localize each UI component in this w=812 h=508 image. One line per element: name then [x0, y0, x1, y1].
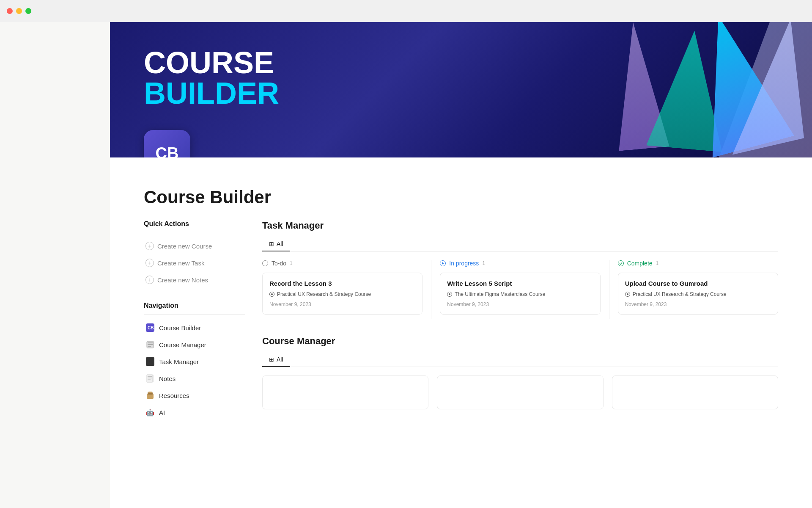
quick-actions-title: Quick Actions	[144, 220, 245, 228]
course-builder-icon: CB	[145, 323, 155, 332]
svg-rect-10	[148, 379, 151, 380]
task-card-todo-0: Record the Lesson 3 Practical UX Researc…	[262, 273, 422, 315]
nav-resources-label: Resources	[159, 392, 189, 399]
task-column-todo: To-do 1 Record the Lesson 3 Practical UX…	[262, 260, 431, 319]
task-card-complete-0: Upload Course to Gumroad Practical UX Re…	[618, 273, 778, 315]
course-manager-icon	[145, 340, 155, 349]
banner-logo: CB	[144, 130, 190, 157]
svg-rect-4	[148, 344, 153, 345]
resources-icon	[145, 391, 155, 400]
nav-item-ai[interactable]: 🤖 AI	[144, 404, 245, 421]
task-card-complete-0-title: Upload Course to Gumroad	[625, 280, 771, 287]
course-dot-inprogress-icon	[447, 292, 452, 297]
svg-rect-7	[147, 375, 153, 382]
nav-notes-label: Notes	[159, 375, 176, 382]
task-tab-all[interactable]: ⊞ All	[262, 237, 290, 251]
todo-count: 1	[290, 260, 293, 266]
quick-action-create-task[interactable]: + Create new Task	[144, 254, 245, 271]
complete-check-icon	[618, 260, 624, 266]
svg-rect-6	[146, 357, 154, 366]
plus-icon-task: +	[145, 259, 154, 267]
nav-course-builder-label: Course Builder	[159, 324, 201, 331]
task-manager-section: Task Manager ⊞ All To-do	[262, 220, 778, 319]
course-dot-complete-icon	[625, 292, 630, 297]
create-notes-label: Create new Notes	[157, 276, 208, 284]
inprogress-count: 1	[482, 260, 485, 266]
banner-builder-text: BUILDER	[144, 78, 279, 108]
task-tab-all-label: All	[277, 240, 283, 247]
minimize-button[interactable]	[16, 8, 22, 14]
nav-item-course-builder[interactable]: CB Course Builder	[144, 319, 245, 336]
course-tab-all[interactable]: ⊞ All	[262, 353, 290, 367]
task-card-todo-0-title: Record the Lesson 3	[269, 280, 415, 287]
task-manager-title: Task Manager	[262, 220, 778, 231]
nav-item-course-manager[interactable]: Course Manager	[144, 336, 245, 353]
svg-rect-14	[148, 392, 152, 393]
plus-icon-notes: +	[145, 276, 154, 284]
svg-rect-9	[148, 378, 152, 378]
course-card-1	[437, 375, 603, 409]
quick-action-create-notes[interactable]: + Create new Notes	[144, 271, 245, 288]
course-manager-section: Course Manager ⊞ All	[262, 336, 778, 409]
quick-action-create-course[interactable]: + Create new Course	[144, 237, 245, 254]
create-task-label: Create new Task	[157, 260, 204, 267]
nav-item-notes[interactable]: Notes	[144, 370, 245, 387]
course-card-2	[612, 375, 778, 409]
page-title-area: Course Builder	[110, 157, 812, 220]
svg-rect-5	[148, 346, 151, 347]
todo-circle-icon	[262, 260, 268, 266]
course-tab-all-icon: ⊞	[269, 356, 274, 363]
task-card-todo-0-course: Practical UX Research & Strategy Course	[269, 291, 415, 297]
svg-rect-3	[148, 342, 153, 343]
left-panel: Quick Actions + Create new Course + Crea…	[144, 220, 262, 426]
quick-actions-section: Quick Actions + Create new Course + Crea…	[144, 220, 245, 288]
todo-status-label: To-do	[272, 260, 286, 267]
task-card-inprogress-0-title: Write Lesson 5 Script	[447, 280, 593, 287]
task-card-todo-0-date: November 9, 2023	[269, 301, 415, 307]
complete-count: 1	[656, 260, 659, 266]
tab-all-icon: ⊞	[269, 240, 274, 247]
svg-rect-11	[152, 375, 154, 382]
course-dot-icon	[269, 292, 274, 297]
content-area: Quick Actions + Create new Course + Crea…	[110, 220, 812, 426]
svg-text:CB: CB	[148, 326, 154, 330]
notes-icon	[145, 374, 155, 383]
task-column-inprogress: In progress 1 Write Lesson 5 Script The …	[440, 260, 609, 319]
svg-marker-15	[442, 262, 444, 265]
nav-item-task-manager[interactable]: Task Manager	[144, 353, 245, 370]
inprogress-status-label: In progress	[449, 260, 479, 267]
task-manager-tabs: ⊞ All	[262, 237, 778, 251]
task-card-inprogress-0-course: The Ultimate Figma Masterclass Course	[447, 291, 593, 297]
course-card-0	[262, 375, 428, 409]
course-manager-tabs: ⊞ All	[262, 353, 778, 367]
nav-task-manager-label: Task Manager	[159, 358, 199, 365]
quick-actions-list: + Create new Course + Create new Task + …	[144, 233, 245, 288]
create-course-label: Create new Course	[157, 243, 212, 250]
right-panel: Task Manager ⊞ All To-do	[262, 220, 778, 426]
navigation-list: CB Course Builder	[144, 315, 245, 421]
complete-column-header: Complete 1	[618, 260, 778, 267]
course-manager-title: Course Manager	[262, 336, 778, 347]
course-tab-all-label: All	[277, 356, 283, 363]
nav-item-resources[interactable]: Resources	[144, 387, 245, 404]
navigation-title: Navigation	[144, 302, 245, 309]
navigation-section: Navigation CB Course Builder	[144, 302, 245, 421]
maximize-button[interactable]	[25, 8, 31, 14]
task-card-complete-0-course: Practical UX Research & Strategy Course	[625, 291, 771, 297]
sidebar	[0, 22, 110, 508]
task-card-complete-0-date: November 9, 2023	[625, 301, 771, 307]
banner: COURSE BUILDER CB	[110, 22, 812, 157]
plus-icon-course: +	[145, 242, 154, 250]
close-button[interactable]	[7, 8, 13, 14]
banner-course-text: COURSE	[144, 47, 279, 78]
inprogress-column-header: In progress 1	[440, 260, 600, 267]
task-column-complete: Complete 1 Upload Course to Gumroad Prac…	[618, 260, 778, 319]
svg-rect-8	[148, 376, 152, 377]
task-card-inprogress-0-date: November 9, 2023	[447, 301, 593, 307]
inprogress-play-icon	[440, 260, 446, 266]
course-cards	[262, 375, 778, 409]
task-columns: To-do 1 Record the Lesson 3 Practical UX…	[262, 260, 778, 319]
titlebar	[0, 0, 812, 22]
task-card-inprogress-0: Write Lesson 5 Script The Ultimate Figma…	[440, 273, 600, 315]
app-container: COURSE BUILDER CB Course Builder Quick A…	[0, 22, 812, 508]
